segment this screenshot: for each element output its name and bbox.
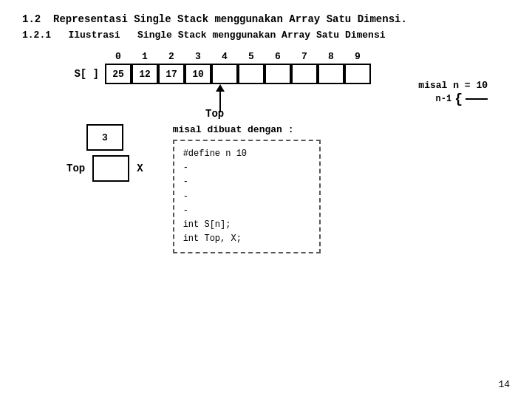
page-number: 14 (498, 379, 510, 390)
page: 1.2 Representasi Single Stack menggunaka… (0, 0, 532, 267)
indices-row: 0 1 2 3 4 5 6 7 8 9 (105, 51, 510, 62)
index-5: 5 (238, 51, 265, 62)
s-label: S[ ] (66, 68, 99, 80)
code-line-5: - (183, 204, 310, 218)
index-0: 0 (105, 51, 132, 62)
heading-1-2-1-label: Ilustrasi (68, 30, 120, 41)
code-line-4: - (183, 190, 310, 204)
top-label-array: Top (205, 108, 224, 120)
heading-1-2-title: Representasi Single Stack menggunakan Ar… (53, 13, 407, 25)
misal-made-label: misal dibuat dengan : (173, 124, 321, 135)
index-6: 6 (265, 51, 291, 62)
code-line-2: - (183, 161, 310, 175)
index-9: 9 (344, 51, 371, 62)
heading-1-2-1-title: Single Stack menggunakan Array Satu Dime… (137, 30, 385, 41)
array-cell-9 (344, 64, 371, 84)
index-8: 8 (318, 51, 344, 62)
index-3: 3 (185, 51, 211, 62)
array-cell-6 (265, 64, 291, 84)
heading-1-2: 1.2 Representasi Single Stack menggunaka… (22, 13, 510, 25)
array-cell-2: 17 (158, 64, 185, 84)
code-line-1: #define n 10 (183, 147, 310, 161)
index-7: 7 (291, 51, 318, 62)
code-line-6: int S[n]; (183, 218, 310, 232)
array-cell-4 (211, 64, 238, 84)
code-box: #define n 10 - - - - int S[n]; int Top, … (173, 140, 321, 253)
index-2: 2 (158, 51, 185, 62)
index-1: 1 (132, 51, 158, 62)
code-line-3: - (183, 175, 310, 189)
array-cell-1: 12 (132, 64, 158, 84)
array-cell-5 (238, 64, 265, 84)
heading-1-2-1-number: 1.2.1 (22, 30, 51, 41)
stack-value-cell: 3 (86, 124, 123, 151)
array-section: 0 1 2 3 4 5 6 7 8 9 S[ ] 25 12 17 10 (66, 51, 510, 121)
array-cell-8 (318, 64, 344, 84)
top-x-row: Top X (66, 155, 143, 182)
heading-1-2-number: 1.2 (22, 13, 44, 25)
x-label: X (137, 163, 143, 174)
index-4: 4 (211, 51, 238, 62)
array-cell-0: 25 (105, 64, 132, 84)
arrow-head-icon (216, 84, 225, 92)
bottom-section: 3 Top X misal dibuat dengan : #define n … (66, 124, 510, 253)
top-label-small: Top (66, 163, 85, 174)
x-cell (92, 155, 129, 182)
array-cell-3: 10 (185, 64, 211, 84)
array-cell-7 (291, 64, 318, 84)
heading-1-2-1: 1.2.1 Ilustrasi Single Stack menggunakan… (22, 30, 510, 41)
stack-visual: 3 Top X (66, 124, 143, 182)
arrow-section: Top (111, 84, 510, 121)
code-line-7: int Top, X; (183, 232, 310, 246)
misal-dibuat-section: misal dibuat dengan : #define n 10 - - -… (173, 124, 321, 253)
